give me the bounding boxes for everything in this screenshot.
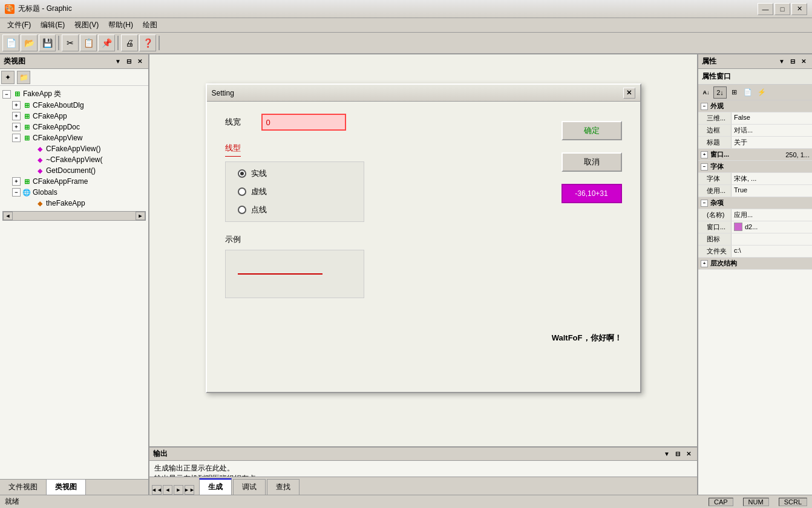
appview-expand[interactable]: − — [12, 134, 21, 142]
tab-debug[interactable]: 调试 — [233, 479, 266, 495]
radio-dotted[interactable]: 点线 — [238, 204, 352, 215]
tree-btn-magic[interactable]: ✦ — [1, 71, 15, 84]
prop-winid-value[interactable]: d2... — [732, 221, 812, 232]
output-close-icon[interactable]: ✕ — [684, 449, 693, 459]
scroll-left-btn[interactable]: ◄ — [3, 212, 13, 220]
right-panel-icons: ▼ ⊟ ✕ — [777, 57, 808, 67]
nav-prev[interactable]: ◄ — [163, 485, 172, 495]
toolbar-cut[interactable]: ✂ — [62, 34, 79, 51]
status-right: CAP NUM SCRL — [709, 498, 807, 506]
panel-pin-icon[interactable]: ▼ — [113, 57, 123, 67]
aboutdlg-expand[interactable]: + — [12, 101, 21, 109]
right-pin-icon[interactable]: ▼ — [777, 57, 787, 67]
menu-edit[interactable]: 编辑(E) — [36, 19, 70, 31]
output-content: 生成输出正显示在此处。 输出显示在机到明医班组织有点。 — [149, 461, 697, 477]
prop-winid: 窗口... d2... — [698, 221, 812, 233]
font-expand[interactable]: − — [701, 163, 708, 171]
menu-help[interactable]: 帮助(H) — [103, 19, 138, 31]
tab-file-view[interactable]: 文件视图 — [0, 480, 47, 495]
minimize-button[interactable]: — — [758, 3, 773, 15]
tree-root[interactable]: − ⊞ FakeApp 类 — [2, 88, 146, 100]
prop-name-value[interactable]: 应用... — [732, 209, 812, 221]
nav-next[interactable]: ► — [174, 485, 183, 495]
toolbar-open[interactable]: 📂 — [21, 34, 38, 51]
close-button[interactable]: ✕ — [791, 3, 807, 15]
menu-view[interactable]: 视图(V) — [70, 19, 103, 31]
nav-last[interactable]: ►► — [185, 485, 194, 495]
radio-solid[interactable]: 实线 — [238, 168, 352, 179]
prop-fontname-value[interactable]: 宋体, ... — [732, 173, 812, 184]
scroll-right-btn[interactable]: ► — [136, 212, 145, 220]
globals-expand[interactable]: − — [12, 188, 21, 197]
nav-first[interactable]: ◄◄ — [152, 485, 162, 495]
tree-node-appframe[interactable]: + ⊞ CFakeAppFrame — [2, 176, 146, 187]
tab-class-view[interactable]: 类视图 — [47, 480, 86, 495]
tree-node-aboutdlg[interactable]: + ⊞ CFakeAboutDlg — [2, 100, 146, 111]
prop-icon-value[interactable] — [732, 233, 812, 236]
fakeapp-expand[interactable]: + — [12, 112, 21, 120]
prop-tool-pages[interactable]: 📄 — [741, 86, 755, 99]
left-panel-header: 类视图 ▼ ⊟ ✕ — [0, 54, 148, 69]
line-width-input[interactable] — [261, 114, 346, 131]
appview-ctor-label: CFakeAppView() — [46, 145, 100, 153]
prop-tool-abc[interactable]: A↓ — [699, 86, 713, 99]
tree-node-thefakeapp[interactable]: ◆ theFakeApp — [2, 198, 146, 209]
toolbar-print[interactable]: 🖨 — [121, 34, 138, 51]
tree-node-appview-ctor[interactable]: ◆ CFakeAppView() — [2, 143, 146, 154]
tree-node-appdoc[interactable]: + ⊞ CFakeAppDoc — [2, 122, 146, 132]
toolbar-sep3 — [159, 36, 160, 50]
right-dock-icon[interactable]: ⊟ — [788, 57, 797, 67]
cancel-button[interactable]: 取消 — [562, 152, 622, 172]
toolbar-help[interactable]: ❓ — [139, 34, 156, 51]
output-dock-icon[interactable]: ⊟ — [673, 449, 683, 459]
tree-node-appview[interactable]: − ⊞ CFakeAppView — [2, 132, 146, 143]
panel-dock-icon[interactable]: ⊟ — [124, 57, 134, 67]
radio-dotted-input[interactable] — [238, 206, 246, 214]
toolbar-paste[interactable]: 📌 — [98, 34, 115, 51]
cat-font: − 字体 — [698, 161, 812, 173]
menu-draw[interactable]: 绘图 — [138, 19, 162, 31]
tree-btn-folder[interactable]: 📁 — [17, 71, 30, 84]
ok-button[interactable]: 确定 — [562, 121, 622, 140]
appframe-expand[interactable]: + — [12, 177, 21, 186]
tree-node-appview-dtor[interactable]: ◆ ~CFakeAppView( — [2, 154, 146, 165]
appearance-expand[interactable]: − — [701, 103, 708, 110]
prop-folder-value[interactable]: c:\ — [732, 246, 812, 255]
prop-border-value[interactable]: 对话... — [732, 125, 812, 136]
prop-fontuse-value[interactable]: True — [732, 185, 812, 195]
toolbar-save[interactable]: 💾 — [39, 34, 56, 51]
appdoc-expand[interactable]: + — [12, 123, 21, 131]
radio-dashed-input[interactable] — [238, 187, 246, 196]
tree-node-fakeapp[interactable]: + ⊞ CFakeApp — [2, 111, 146, 122]
menu-file[interactable]: 文件(F) — [2, 19, 36, 31]
tree-node-globals[interactable]: − 🌐 Globals — [2, 187, 146, 198]
prop-title-value[interactable]: 关于 — [732, 137, 812, 148]
dialog-right-buttons: 确定 取消 -36,10+31 — [562, 121, 622, 203]
appdoc-icon: ⊞ — [22, 122, 31, 132]
radio-solid-input[interactable] — [238, 169, 246, 178]
aboutdlg-label: CFakeAboutDlg — [33, 101, 84, 109]
prop-tool-grid[interactable]: ⊞ — [727, 86, 741, 99]
root-expand[interactable]: − — [2, 90, 11, 99]
tree-node-getdoc[interactable]: ◆ GetDocument() — [2, 165, 146, 176]
line-width-label: 线宽 — [225, 117, 261, 128]
radio-dashed[interactable]: 虚线 — [238, 186, 352, 197]
winpos-expand[interactable]: + — [701, 151, 708, 158]
tab-build[interactable]: 生成 — [199, 478, 232, 495]
prop-tool-lightning[interactable]: ⚡ — [755, 86, 768, 99]
panel-close-icon[interactable]: ✕ — [135, 57, 145, 67]
maximize-button[interactable]: □ — [774, 3, 790, 15]
tab-find[interactable]: 查找 — [267, 479, 300, 495]
center-main: Setting ✕ 线宽 线型 — [149, 54, 697, 446]
prop-tool-sort[interactable]: 2↓ — [713, 86, 727, 99]
h-scrollbar[interactable]: ◄ ► — [2, 211, 146, 221]
toolbar-copy[interactable]: 📋 — [80, 34, 97, 51]
toolbar-new[interactable]: 📄 — [2, 34, 19, 51]
purple-button[interactable]: -36,10+31 — [562, 184, 622, 203]
output-pin-icon[interactable]: ▼ — [662, 449, 672, 459]
right-close-icon[interactable]: ✕ — [799, 57, 808, 67]
misc-expand[interactable]: − — [701, 200, 708, 207]
dialog-close-button[interactable]: ✕ — [623, 88, 635, 99]
prop-3d-value[interactable]: False — [732, 112, 812, 122]
hierarchy-expand[interactable]: + — [701, 260, 708, 267]
